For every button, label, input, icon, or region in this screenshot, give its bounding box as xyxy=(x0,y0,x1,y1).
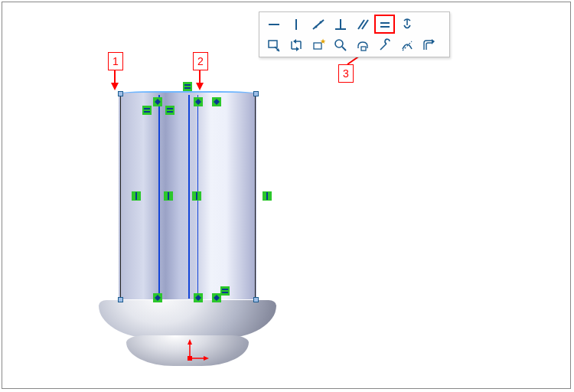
equal-constraint-icon[interactable] xyxy=(374,15,395,34)
model-cylinder-topedge xyxy=(119,91,256,96)
horizontal-constraint-icon[interactable] xyxy=(263,15,284,34)
svg-rect-4 xyxy=(188,356,192,361)
sketch-handle[interactable] xyxy=(118,91,123,96)
svg-point-10 xyxy=(315,25,317,28)
callout-2-stem xyxy=(199,70,201,83)
sketch-handle[interactable] xyxy=(118,297,123,302)
parallel-constraint-icon[interactable] xyxy=(352,15,373,34)
quick-snap-icon[interactable] xyxy=(263,35,284,54)
toolbar-row-2: ★ xyxy=(263,35,445,54)
fix-constraint-marker[interactable] xyxy=(194,293,203,302)
fix-constraint-marker[interactable] xyxy=(212,97,221,106)
callout-3-label: 3 xyxy=(343,67,349,80)
equal-constraint-marker[interactable] xyxy=(165,106,174,115)
vertical-constraint-marker[interactable] xyxy=(164,191,173,201)
swap-icon[interactable] xyxy=(285,35,306,54)
svg-text:★: ★ xyxy=(320,38,326,45)
fix-constraint-marker[interactable] xyxy=(212,293,221,302)
svg-marker-22 xyxy=(296,47,299,51)
select-chain-icon[interactable] xyxy=(352,35,373,54)
svg-marker-32 xyxy=(432,39,435,44)
callout-1-arrow xyxy=(111,83,119,90)
collinear-constraint-icon[interactable] xyxy=(308,15,328,34)
callout-1: 1 xyxy=(108,52,123,70)
fix-constraint-marker[interactable] xyxy=(194,97,203,106)
sketch-relations-toolbar: ★ xyxy=(259,11,450,57)
svg-marker-25 xyxy=(293,39,296,44)
sketch-handle[interactable] xyxy=(253,297,259,302)
svg-point-11 xyxy=(319,21,321,23)
repair-sketch-icon[interactable] xyxy=(374,35,395,54)
svg-rect-30 xyxy=(361,47,366,51)
vertical-constraint-marker[interactable] xyxy=(263,191,272,201)
svg-marker-3 xyxy=(204,356,209,361)
callout-1-label: 1 xyxy=(113,55,119,67)
equal-constraint-marker[interactable] xyxy=(220,286,230,296)
callout-2-arrow xyxy=(196,83,204,90)
make-construction-icon[interactable] xyxy=(396,35,417,54)
callout-2-label: 2 xyxy=(197,55,204,67)
callout-1-stem xyxy=(114,70,116,83)
svg-point-28 xyxy=(335,40,343,47)
sketch-handle[interactable] xyxy=(253,91,259,96)
fix-constraint-icon[interactable] xyxy=(396,15,417,34)
toolbar-row-1 xyxy=(263,15,445,34)
vertical-constraint-marker[interactable] xyxy=(192,191,201,201)
svg-rect-18 xyxy=(269,41,277,47)
callout-2: 2 xyxy=(193,52,208,70)
equal-constraint-marker[interactable] xyxy=(183,82,192,91)
origin-triad-icon xyxy=(186,339,209,362)
cylinder-left-edge xyxy=(120,95,121,299)
sketch-line-2[interactable] xyxy=(188,95,190,299)
svg-marker-1 xyxy=(188,339,192,345)
fix-constraint-marker[interactable] xyxy=(153,293,162,302)
offset-entities-icon[interactable] xyxy=(419,35,439,54)
svg-line-9 xyxy=(313,20,324,29)
svg-line-29 xyxy=(342,47,346,51)
fix-constraint-marker[interactable] xyxy=(153,97,162,106)
sketch-line-1[interactable] xyxy=(158,95,160,299)
model-base-dome xyxy=(99,300,276,338)
vertical-constraint-icon[interactable] xyxy=(285,15,306,34)
perpendicular-constraint-icon[interactable] xyxy=(330,15,351,34)
callout-3: 3 xyxy=(338,64,354,83)
vertical-constraint-marker[interactable] xyxy=(132,191,141,201)
equal-constraint-marker[interactable] xyxy=(142,106,152,115)
auto-constraint-icon[interactable]: ★ xyxy=(308,35,328,54)
zoom-icon[interactable] xyxy=(330,35,351,54)
cylinder-right-edge xyxy=(255,95,256,299)
